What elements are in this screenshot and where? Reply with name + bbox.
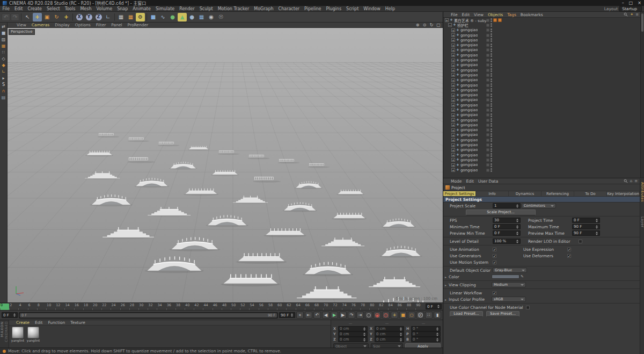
menu-item-edit[interactable]: Edit [12, 6, 25, 11]
object-name[interactable]: gongqiao [460, 168, 478, 172]
visibility-dots-icon[interactable] [491, 123, 492, 127]
attribute-tab-key-interpolation[interactable]: Key Interpolation [607, 191, 640, 196]
material-menu-item-texture[interactable]: Texture [68, 320, 87, 325]
tree-expander-icon[interactable]: + [451, 59, 455, 62]
workplane-lock-icon[interactable]: ▤ [1, 95, 7, 100]
profile-expander-icon[interactable]: ▸ [445, 298, 448, 301]
use-generators-checkbox[interactable]: ✓ [493, 254, 496, 258]
y-axis-lock[interactable]: Y [84, 13, 93, 21]
object-row[interactable]: ++gongqiao [443, 98, 644, 103]
object-enable-icon[interactable] [486, 109, 489, 112]
menu-item-pipeline[interactable]: Pipeline [302, 6, 324, 11]
object-row[interactable]: ++gongqiao [443, 168, 644, 172]
visibility-dots-icon[interactable] [491, 93, 492, 97]
key-pla-toggle[interactable]: ∷ [425, 312, 433, 319]
texture-tag-icon[interactable] [498, 18, 502, 22]
size-x-field[interactable]: 0 cm [375, 326, 404, 331]
timeline-tick[interactable]: 62 [286, 304, 295, 310]
tree-expander-icon[interactable]: + [451, 53, 455, 57]
panel-menu-icon[interactable]: ≡ [635, 12, 639, 17]
render-view-button[interactable]: ▦ [116, 13, 126, 21]
timeline-tick[interactable]: 8 [37, 304, 46, 310]
timeline-tick[interactable]: 24 [111, 304, 120, 310]
tree-expander-icon[interactable]: + [451, 88, 455, 92]
object-name[interactable]: gongqiao [460, 103, 478, 107]
attribute-tab-referencing[interactable]: Referencing [541, 191, 574, 196]
use-motion-system-checkbox[interactable]: ✓ [493, 261, 496, 264]
object-row[interactable]: ++gongqiao [443, 148, 644, 153]
camera-label[interactable]: Perspective [9, 29, 35, 35]
project-scale-field[interactable]: 1 [493, 203, 521, 208]
timeline-tick[interactable]: 10 [46, 304, 55, 310]
object-enable-icon[interactable] [486, 148, 489, 151]
object-row[interactable]: ++gongqiao [443, 63, 644, 68]
menu-item-select[interactable]: Select [44, 6, 62, 11]
tree-expander-icon[interactable]: + [451, 123, 455, 127]
visibility-dots-icon[interactable] [491, 163, 492, 167]
object-enable-icon[interactable] [486, 139, 489, 142]
texture-tag-icon[interactable] [493, 18, 497, 22]
visibility-dots-icon[interactable] [491, 103, 492, 107]
visibility-dots-icon[interactable] [491, 68, 492, 72]
visibility-dots-icon[interactable] [491, 59, 492, 62]
object-enable-icon[interactable] [486, 158, 489, 162]
view-clipping-dropdown[interactable]: Medium [492, 282, 526, 287]
tree-expander-icon[interactable]: + [451, 83, 455, 87]
material-menu-item-edit[interactable]: Edit [32, 320, 46, 325]
object-enable-icon[interactable] [486, 54, 489, 57]
viewport-menu-item-options[interactable]: Options [72, 23, 93, 27]
prev-frame-button[interactable]: ◀ [322, 312, 330, 319]
object-enable-icon[interactable] [486, 93, 489, 97]
rotation-h-field[interactable]: 0 ° [411, 326, 441, 331]
object-enable-icon[interactable] [486, 24, 489, 27]
object-row-root[interactable]: ++素白艺术 ® - suby.cn/vip [443, 18, 644, 23]
timeline-tick[interactable]: 86 [397, 304, 406, 310]
material-thumbnail[interactable] [12, 327, 24, 338]
object-row[interactable]: ++gongqiao [443, 113, 644, 118]
timeline-tick[interactable]: 42 [194, 304, 203, 310]
live-selection-tool[interactable]: ↖ [23, 13, 32, 21]
timeline-tick[interactable]: 56 [259, 304, 268, 310]
tree-expander-icon[interactable]: + [451, 38, 455, 42]
color-expander-icon[interactable]: ▸ [445, 275, 448, 279]
tree-expander-icon[interactable]: + [451, 44, 455, 47]
project-time-field[interactable]: 0 F [572, 218, 600, 223]
minimize-button[interactable]: – [622, 1, 624, 6]
tree-expander-icon[interactable]: + [451, 103, 455, 107]
default-color-dropdown[interactable]: Gray-Blue [493, 268, 527, 273]
timeline-tick[interactable]: 84 [388, 304, 397, 310]
object-enable-icon[interactable] [486, 69, 489, 72]
minimum-time-field[interactable]: 0 F [493, 224, 521, 229]
tree-expander-icon[interactable]: + [451, 118, 455, 122]
visibility-dots-icon[interactable] [491, 138, 492, 142]
visibility-dots-icon[interactable] [491, 78, 492, 82]
toggle-view-icon[interactable]: ▢ [436, 23, 441, 27]
timeline-tick[interactable]: 76 [351, 304, 360, 310]
material-item[interactable]: yanglint [26, 327, 40, 342]
menu-item-create[interactable]: Create [25, 6, 45, 11]
filter-icon[interactable]: ✦ [630, 12, 633, 17]
tree-expander-icon[interactable]: + [451, 128, 455, 132]
object-enable-icon[interactable] [486, 98, 489, 102]
object-row[interactable]: ++gongqiao [443, 153, 644, 157]
om-menu-item-view[interactable]: View [472, 12, 486, 17]
am-search-icon[interactable] [624, 179, 628, 183]
timeline-tick[interactable]: 54 [249, 304, 258, 310]
history-icon[interactable]: ≡ [634, 179, 638, 183]
object-name[interactable]: gongqiao [460, 158, 478, 162]
object-name[interactable]: gongqiao [460, 53, 478, 57]
object-enable-icon[interactable] [486, 143, 489, 147]
object-name[interactable]: gongqiao [460, 113, 478, 117]
object-name[interactable]: gongqiao [460, 28, 478, 32]
visibility-dots-icon[interactable] [491, 44, 492, 47]
object-enable-icon[interactable] [486, 78, 489, 82]
tree-expander-icon[interactable]: + [451, 138, 455, 142]
add-primitive-button[interactable]: ■ [149, 13, 158, 21]
timeline-tick[interactable]: 38 [175, 304, 185, 310]
next-key-button[interactable]: ↷ [348, 312, 355, 319]
clipping-expander-icon[interactable]: ▸ [445, 283, 448, 287]
attribute-tab-dynamics[interactable]: Dynamics [509, 191, 541, 196]
object-enable-icon[interactable] [486, 113, 489, 117]
object-row[interactable]: ++gongqiao [443, 122, 644, 127]
visibility-dots-icon[interactable] [491, 133, 492, 137]
